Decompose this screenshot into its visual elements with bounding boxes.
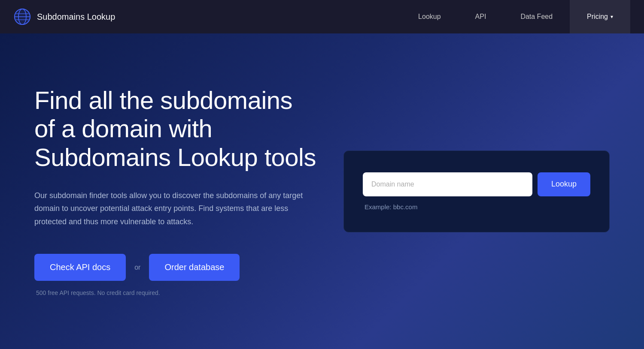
search-card: Lookup Example: bbc.com — [343, 150, 610, 232]
search-row: Lookup — [363, 172, 590, 196]
hero-description: Our subdomain finder tools allow you to … — [34, 189, 318, 229]
nav-link-lookup[interactable]: Lookup — [401, 0, 458, 33]
free-notice: 500 free API requests. No credit card re… — [36, 289, 318, 296]
hero-section: Find all the subdomains of a domain with… — [0, 33, 644, 349]
hero-left: Find all the subdomains of a domain with… — [34, 86, 343, 297]
search-example: Example: bbc.com — [365, 203, 590, 211]
navbar: Subdomains Lookup Lookup API Data Feed P… — [0, 0, 644, 33]
order-database-button[interactable]: Order database — [149, 254, 240, 281]
nav-link-pricing[interactable]: Pricing ▾ — [570, 0, 630, 33]
globe-icon — [14, 8, 31, 25]
nav-brand-title: Subdomains Lookup — [37, 12, 115, 22]
nav-link-datafeed[interactable]: Data Feed — [503, 0, 570, 33]
hero-actions: Check API docs or Order database — [34, 254, 318, 281]
nav-link-api[interactable]: API — [458, 0, 504, 33]
nav-brand: Subdomains Lookup — [14, 8, 115, 25]
hero-heading: Find all the subdomains of a domain with… — [34, 86, 318, 172]
check-api-docs-button[interactable]: Check API docs — [34, 254, 126, 281]
nav-pricing-label: Pricing — [587, 13, 608, 21]
domain-search-input[interactable] — [363, 172, 532, 196]
nav-links: Lookup API Data Feed Pricing ▾ — [401, 0, 630, 33]
or-separator: or — [134, 264, 140, 271]
hero-right: Lookup Example: bbc.com — [343, 150, 610, 232]
lookup-button[interactable]: Lookup — [538, 172, 590, 196]
chevron-down-icon: ▾ — [611, 14, 613, 20]
